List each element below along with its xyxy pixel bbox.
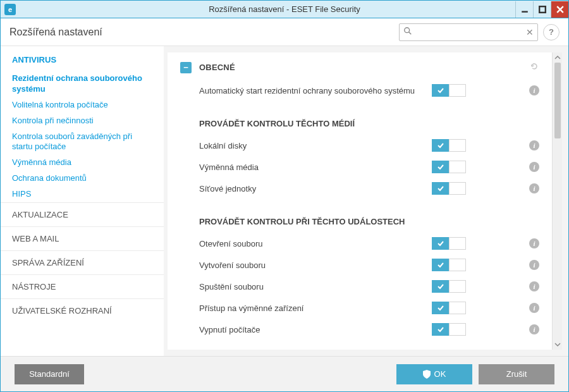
sidebar-section-antivirus[interactable]: ANTIVIRUS bbox=[1, 55, 164, 71]
toggle-switch[interactable] bbox=[432, 182, 466, 195]
info-icon[interactable]: i bbox=[529, 281, 539, 291]
setting-row: Přístup na výměnné zařízeníi bbox=[180, 297, 539, 319]
info-icon[interactable]: i bbox=[529, 162, 539, 172]
scroll-down-icon[interactable] bbox=[553, 340, 562, 350]
toggle-switch[interactable] bbox=[432, 302, 466, 314]
cancel-button[interactable]: Zrušit bbox=[479, 364, 554, 384]
setting-row: Spuštění souborui bbox=[180, 276, 539, 297]
toggle-on-indicator bbox=[432, 302, 449, 314]
content-panel: − OBECNÉ Automatický start rezidentní oc… bbox=[168, 52, 552, 350]
setting-label: Spuštění souboru bbox=[199, 282, 432, 291]
toggle-on-indicator bbox=[432, 84, 449, 97]
toggle-knob bbox=[449, 182, 466, 195]
default-button[interactable]: Standardní bbox=[15, 364, 84, 384]
sidebar-cat-ui[interactable]: UŽIVATELSKÉ ROZHRANÍ bbox=[1, 298, 164, 322]
setting-row: Otevření souborui bbox=[180, 233, 539, 254]
toggle-on-indicator bbox=[432, 139, 449, 152]
window: e Rozšířená nastavení - ESET File Securi… bbox=[0, 0, 569, 392]
collapse-icon[interactable]: − bbox=[180, 62, 192, 73]
sidebar-cat-device-control[interactable]: SPRÁVA ZAŘÍZENÍ bbox=[1, 250, 164, 274]
setting-label: Výměnná média bbox=[199, 162, 432, 172]
app-badge-icon: e bbox=[4, 4, 16, 15]
setting-label: Automatický start rezidentní ochrany sou… bbox=[199, 86, 432, 95]
subhead-media: PROVÁDĚT KONTROLU TĚCHTO MÉDIÍ bbox=[180, 101, 539, 135]
minimize-button[interactable] bbox=[515, 1, 533, 18]
search-box[interactable]: ✕ bbox=[399, 23, 538, 41]
sidebar-cat-update[interactable]: AKTUALIZACE bbox=[1, 202, 164, 226]
help-button[interactable]: ? bbox=[543, 24, 560, 40]
header: Rozšířená nastavení ✕ ? bbox=[1, 18, 568, 46]
close-button[interactable] bbox=[551, 1, 568, 18]
revert-icon[interactable] bbox=[529, 61, 539, 73]
toggle-on-indicator bbox=[432, 161, 449, 173]
group-title-general: OBECNÉ bbox=[199, 63, 235, 72]
ok-button[interactable]: OK bbox=[396, 364, 472, 384]
toggle-knob bbox=[449, 280, 466, 293]
setting-row: Automatický start rezidentní ochrany sou… bbox=[180, 80, 539, 101]
setting-label: Vytvoření souboru bbox=[199, 260, 432, 270]
sidebar-item-hips[interactable]: HIPS bbox=[1, 187, 164, 202]
info-icon[interactable]: i bbox=[529, 260, 539, 270]
toggle-on-indicator bbox=[432, 182, 449, 195]
info-icon[interactable]: i bbox=[529, 303, 539, 313]
toggle-switch[interactable] bbox=[432, 139, 466, 152]
search-icon bbox=[403, 27, 412, 37]
setting-row: Lokální diskyi bbox=[180, 135, 539, 156]
setting-label: Přístup na výměnné zařízení bbox=[199, 303, 432, 313]
setting-label: Lokální disky bbox=[199, 141, 432, 150]
toggle-switch[interactable] bbox=[432, 280, 466, 293]
shield-icon bbox=[423, 370, 431, 379]
body: ANTIVIRUS Rezidentní ochrana souborového… bbox=[1, 46, 568, 356]
footer: Standardní OK Zrušit bbox=[1, 356, 568, 391]
main: − OBECNÉ Automatický start rezidentní oc… bbox=[164, 46, 568, 356]
setting-row: Vypnutí počítačei bbox=[180, 319, 539, 340]
scrollbar[interactable] bbox=[552, 52, 562, 350]
clear-search-icon[interactable]: ✕ bbox=[526, 27, 534, 37]
sidebar-item-startup-scan[interactable]: Kontrola souborů zaváděných při startu p… bbox=[1, 129, 164, 156]
svg-rect-1 bbox=[539, 6, 546, 13]
toggle-knob bbox=[449, 84, 466, 97]
info-icon[interactable]: i bbox=[529, 183, 539, 193]
toggle-switch[interactable] bbox=[432, 323, 466, 336]
toggle-switch[interactable] bbox=[432, 161, 466, 173]
setting-row: Síťové jednotkyi bbox=[180, 178, 539, 199]
sidebar-item-document-protection[interactable]: Ochrana dokumentů bbox=[1, 171, 164, 187]
ok-label: OK bbox=[434, 369, 446, 379]
sidebar-item-idle-scan[interactable]: Kontrola při nečinnosti bbox=[1, 113, 164, 129]
toggle-on-indicator bbox=[432, 280, 449, 293]
info-icon[interactable]: i bbox=[529, 85, 539, 95]
sidebar-item-realtime-protection[interactable]: Rezidentní ochrana souborového systému bbox=[1, 71, 164, 97]
info-icon[interactable]: i bbox=[529, 238, 539, 248]
group-header-general: − OBECNÉ bbox=[180, 52, 539, 80]
scroll-thumb[interactable] bbox=[554, 63, 561, 138]
toggle-on-indicator bbox=[432, 259, 449, 271]
setting-label: Síťové jednotky bbox=[199, 184, 432, 193]
toggle-switch[interactable] bbox=[432, 259, 466, 271]
toggle-knob bbox=[449, 139, 466, 152]
toggle-knob bbox=[449, 161, 466, 173]
toggle-on-indicator bbox=[432, 237, 449, 250]
sidebar-item-removable-media[interactable]: Výměnná média bbox=[1, 155, 164, 171]
sidebar: ANTIVIRUS Rezidentní ochrana souborového… bbox=[1, 46, 164, 356]
sidebar-item-on-demand-scan[interactable]: Volitelná kontrola počítače bbox=[1, 97, 164, 113]
toggle-knob bbox=[449, 302, 466, 314]
setting-label: Otevření souboru bbox=[199, 239, 432, 248]
scroll-up-icon[interactable] bbox=[553, 52, 562, 63]
sidebar-cat-web-mail[interactable]: WEB A MAIL bbox=[1, 226, 164, 250]
toggle-switch[interactable] bbox=[432, 237, 466, 250]
setting-label: Vypnutí počítače bbox=[199, 325, 432, 334]
setting-row: Výměnná médiai bbox=[180, 156, 539, 178]
titlebar: e Rozšířená nastavení - ESET File Securi… bbox=[1, 1, 568, 18]
sidebar-cat-tools[interactable]: NÁSTROJE bbox=[1, 274, 164, 298]
svg-line-5 bbox=[409, 32, 412, 35]
toggle-knob bbox=[449, 323, 466, 336]
info-icon[interactable]: i bbox=[529, 140, 539, 150]
maximize-button[interactable] bbox=[533, 1, 551, 18]
window-title: Rozšířená nastavení - ESET File Security bbox=[1, 4, 568, 14]
search-input[interactable] bbox=[415, 27, 526, 37]
toggle-on-indicator bbox=[432, 323, 449, 336]
toggle-switch[interactable] bbox=[432, 84, 466, 97]
svg-point-4 bbox=[405, 28, 410, 33]
page-title: Rozšířená nastavení bbox=[9, 27, 102, 38]
info-icon[interactable]: i bbox=[529, 324, 539, 334]
